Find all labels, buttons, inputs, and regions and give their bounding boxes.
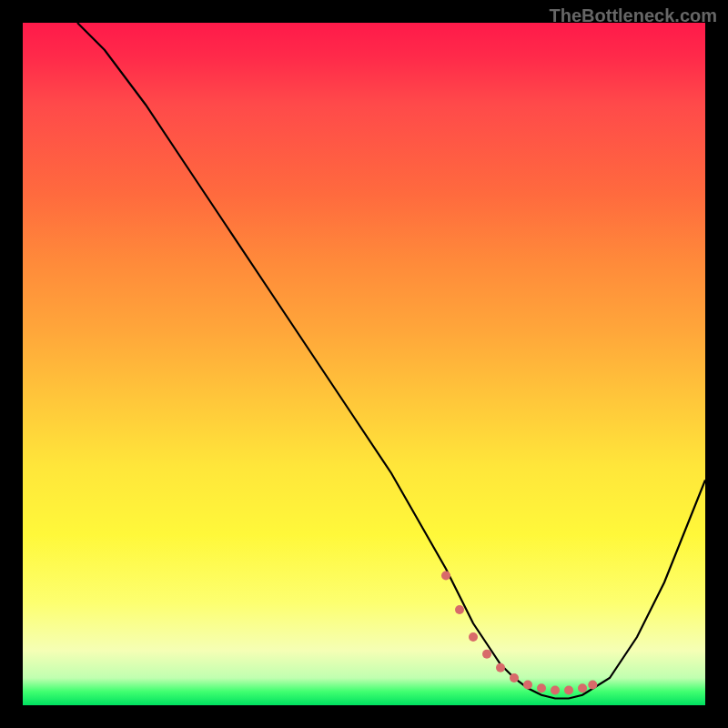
marker-dot xyxy=(455,605,464,614)
marker-dot xyxy=(537,683,546,693)
plot-area xyxy=(23,23,705,705)
marker-dot xyxy=(482,650,491,659)
marker-dot xyxy=(523,681,532,690)
curve-markers xyxy=(441,571,597,695)
marker-dot xyxy=(510,673,519,682)
marker-dot xyxy=(564,686,573,695)
marker-dot xyxy=(551,686,560,695)
marker-dot xyxy=(578,683,587,693)
marker-dot xyxy=(496,663,505,672)
chart-container: TheBottleneck.com xyxy=(0,0,728,728)
marker-dot xyxy=(469,632,478,642)
watermark-text: TheBottleneck.com xyxy=(550,5,717,26)
marker-dot xyxy=(441,571,450,581)
bottleneck-curve xyxy=(77,23,705,699)
chart-svg xyxy=(23,23,705,705)
marker-dot xyxy=(588,681,597,690)
